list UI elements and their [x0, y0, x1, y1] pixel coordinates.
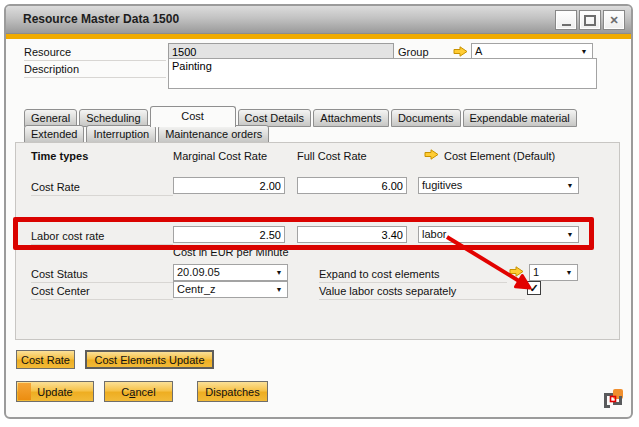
window-controls: ✕ [555, 10, 625, 30]
close-button[interactable]: ✕ [603, 10, 625, 30]
cost-rate-marginal-input[interactable] [173, 177, 285, 194]
labor-cost-rate-element-dropdown[interactable]: labor ▼ [418, 226, 579, 243]
chevron-down-icon: ▼ [562, 231, 578, 238]
tab-interruption[interactable]: Interruption [86, 125, 156, 143]
chevron-down-icon: ▼ [576, 48, 592, 55]
cost-center-label: Cost Center [31, 284, 173, 300]
screenshot-root: { "window": { "title": "Resource Master … [0, 0, 639, 427]
labor-cost-rate-label: Labor cost rate [31, 229, 173, 245]
minimize-icon [562, 24, 571, 26]
description-textarea[interactable]: Painting [168, 58, 597, 89]
tab-expendable-material[interactable]: Expendable material [463, 109, 577, 127]
maximize-icon [584, 15, 596, 26]
cost-tab-panel: Time types Marginal Cost Rate Full Cost … [15, 142, 620, 340]
marginal-cost-rate-header: Marginal Cost Rate [173, 149, 267, 163]
group-link-arrow-icon[interactable] [453, 46, 468, 57]
value-labor-costs-label: Value labor costs separately [319, 284, 525, 300]
tab-maintenance-orders[interactable]: Maintenance orders [158, 125, 269, 143]
tab-attachments[interactable]: Attachments [313, 109, 389, 127]
cost-rate-element-value: fugitives [419, 178, 562, 193]
time-types-header: Time types [31, 149, 88, 163]
cost-element-default-header: Cost Element (Default) [444, 149, 555, 163]
chevron-down-icon: ▼ [271, 269, 287, 276]
cost-status-dropdown[interactable]: 20.09.05 ▼ [173, 264, 288, 281]
chevron-down-icon: ▼ [271, 286, 287, 293]
full-cost-rate-header: Full Cost Rate [297, 149, 367, 163]
update-button[interactable]: Update [16, 381, 94, 402]
tab-documents[interactable]: Documents [391, 109, 461, 127]
cancel-button-label: Cancel [121, 386, 155, 398]
form-settings-icon[interactable] [601, 387, 625, 411]
cost-center-value: Centr_z [174, 282, 271, 297]
default-button-stripe [18, 383, 31, 400]
checkmark-icon: ✓ [529, 282, 538, 295]
description-label: Description [24, 62, 166, 78]
expand-to-cost-elements-label: Expand to cost elements [319, 267, 507, 283]
expand-link-arrow-icon[interactable] [509, 266, 524, 277]
expand-to-cost-elements-dropdown[interactable]: 1 ▼ [529, 264, 578, 281]
cost-rate-element-dropdown[interactable]: fugitives ▼ [418, 177, 579, 194]
expand-value: 1 [530, 265, 561, 280]
cost-rate-label: Cost Rate [31, 180, 173, 196]
chevron-down-icon: ▼ [561, 269, 577, 276]
minimize-button[interactable] [555, 10, 577, 30]
tab-row-2: Extended Interruption Maintenance orders [24, 125, 269, 143]
tab-row-1: General Scheduling Cost Cost Details Att… [24, 106, 577, 127]
labor-cost-rate-full-input[interactable] [297, 226, 407, 243]
cost-center-dropdown[interactable]: Centr_z ▼ [173, 281, 288, 298]
update-button-label: Update [37, 386, 72, 398]
cancel-button[interactable]: Cancel [104, 381, 173, 402]
unit-note: Cost in EUR per Minute [173, 245, 289, 259]
window-title: Resource Master Data 1500 [23, 12, 179, 26]
tab-cost[interactable]: Cost [150, 106, 236, 127]
chevron-down-icon: ▼ [562, 182, 578, 189]
close-icon: ✕ [609, 15, 618, 26]
cost-rate-button[interactable]: Cost Rate [16, 350, 75, 369]
value-labor-costs-checkbox[interactable]: ✓ [527, 281, 541, 295]
dispatches-button[interactable]: Dispatches [197, 381, 268, 402]
labor-cost-rate-element-value: labor [419, 227, 562, 242]
tab-extended[interactable]: Extended [24, 125, 84, 143]
cost-rate-full-input[interactable] [297, 177, 407, 194]
resource-label: Resource [24, 45, 166, 61]
labor-cost-rate-marginal-input[interactable] [173, 226, 285, 243]
gold-accent-bar [6, 34, 631, 39]
cost-elements-update-button[interactable]: Cost Elements Update [85, 350, 214, 369]
maximize-button[interactable] [579, 10, 601, 30]
group-value: A [472, 44, 576, 59]
cost-element-link-arrow-icon[interactable] [424, 149, 439, 160]
cost-status-value: 20.09.05 [174, 265, 271, 280]
title-bar: Resource Master Data 1500 ✕ [6, 6, 631, 34]
resource-master-data-window: Resource Master Data 1500 ✕ Resource Gro… [4, 4, 633, 419]
cost-status-label: Cost Status [31, 267, 173, 283]
